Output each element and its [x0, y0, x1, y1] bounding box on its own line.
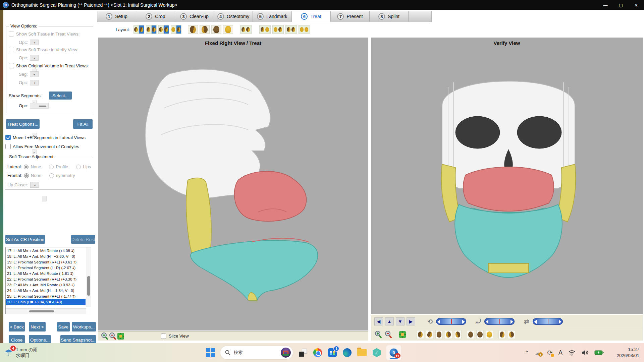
- treat-options-button[interactable]: Treat Options...: [6, 119, 40, 129]
- view-left-profile-icon[interactable]: [454, 330, 462, 339]
- layout-head-right-icon[interactable]: [188, 25, 198, 34]
- lateral-lips-radio[interactable]: [76, 165, 81, 169]
- tab-setup[interactable]: 1Setup: [97, 11, 136, 22]
- view-top-icon[interactable]: [476, 330, 484, 339]
- view-right-oblique-icon[interactable]: [426, 330, 433, 339]
- rotate-yaw-slider[interactable]: [484, 318, 515, 325]
- layout-pair-2-icon[interactable]: [259, 25, 271, 34]
- view-left-oblique-icon[interactable]: [445, 330, 452, 339]
- zoom-out-icon[interactable]: [384, 330, 392, 339]
- fit-view-icon[interactable]: [117, 332, 125, 340]
- view-right-profile-icon[interactable]: [417, 330, 424, 339]
- taskbar-weather-widget[interactable]: ☂ 4 1 mm の雨 水曜日: [5, 347, 38, 358]
- history-item-selected[interactable]: 26: L: Chin (H= +3.04, V= -0.43): [6, 299, 86, 305]
- opc-spin-left-1[interactable]: ◂: [30, 40, 39, 45]
- layout-pair-3-icon[interactable]: [272, 25, 284, 34]
- layout-head-gold-icon[interactable]: [223, 25, 233, 34]
- lateral-none-radio[interactable]: [24, 165, 29, 169]
- workups-button[interactable]: Workups...: [72, 322, 96, 331]
- layout-dual-view-3-icon[interactable]: [158, 25, 169, 34]
- onedrive-icon[interactable]: ☁!: [535, 349, 541, 357]
- history-vertical-scrollbar[interactable]: [86, 247, 91, 307]
- file-explorer-button[interactable]: [357, 348, 367, 358]
- opc-spin-left-2[interactable]: ◂: [30, 55, 39, 61]
- tab-landmark[interactable]: 5Landmark: [253, 11, 292, 22]
- wifi-icon[interactable]: [568, 350, 576, 356]
- task-view-button[interactable]: [298, 348, 308, 358]
- history-item[interactable]: 17: L: All Mx + Ant. Md Rotate (+4.08 ｺ): [6, 248, 86, 254]
- history-item[interactable]: 24: L: All Mx + Ant. Md (H= -1.34, V= 0): [6, 288, 86, 294]
- lateral-profile-radio[interactable]: [49, 165, 54, 169]
- view-gold-front-icon[interactable]: [486, 330, 493, 339]
- layout-head-front-icon[interactable]: [211, 25, 221, 34]
- delete-rest-button[interactable]: Delete Rest: [71, 235, 95, 244]
- zoom-out-icon[interactable]: [109, 332, 117, 340]
- tab-crop[interactable]: 2Crop: [136, 11, 175, 22]
- maximize-button[interactable]: ▢: [613, 0, 629, 10]
- seg-spin-left[interactable]: ◂: [30, 71, 39, 77]
- history-item[interactable]: 20: L: Proximal Segment (L+R) (-2.07 ｺ): [6, 265, 86, 271]
- sync-icon[interactable]: ⟳: [547, 349, 553, 357]
- back-button[interactable]: < Back: [9, 322, 25, 331]
- taskbar-search[interactable]: 検索: [220, 346, 293, 360]
- ime-indicator[interactable]: A: [558, 349, 562, 356]
- pan-right-button[interactable]: ▶: [407, 317, 415, 325]
- view-back-icon[interactable]: [467, 330, 474, 339]
- pan-down-button[interactable]: ▼: [396, 317, 405, 325]
- zoom-in-icon[interactable]: [374, 330, 382, 339]
- fit-all-button[interactable]: Fit All: [73, 119, 93, 129]
- view-front-icon[interactable]: [435, 330, 443, 339]
- lateral-skull-render[interactable]: [138, 68, 332, 302]
- history-item[interactable]: 18: L: All Mx + Ant. Md (H= +2.60, V= 0): [6, 254, 86, 259]
- layout-dual-view-1-icon[interactable]: [133, 25, 144, 34]
- layout-dual-view-4-icon[interactable]: [171, 25, 181, 34]
- speaker-icon[interactable]: [581, 350, 589, 356]
- frontal-symmetry-radio[interactable]: [49, 173, 54, 178]
- view-gold-left-icon[interactable]: [508, 330, 515, 339]
- close-button[interactable]: ✕: [629, 0, 644, 10]
- history-item[interactable]: 25: L: Proximal Segment (R+L) (-1.77 ｺ): [6, 294, 86, 299]
- soft-tissue-treat-checkbox[interactable]: [9, 31, 14, 37]
- opc-spin-left-3[interactable]: ◂: [30, 80, 39, 85]
- segments-opacity-slider[interactable]: [30, 103, 49, 109]
- movement-history-list[interactable]: 17: L: All Mx + Ant. Md Rotate (+4.08 ｺ)…: [5, 247, 91, 314]
- verify-view-panel[interactable]: Verify View: [371, 38, 643, 314]
- move-lr-segments-checkbox[interactable]: [5, 135, 11, 140]
- edge-button[interactable]: [342, 348, 352, 358]
- zoom-in-icon[interactable]: [101, 332, 109, 340]
- view-gold-right-icon[interactable]: [498, 330, 506, 339]
- active-app-button[interactable]: 0 64: [386, 345, 401, 360]
- chrome-button[interactable]: [313, 348, 323, 358]
- store-button[interactable]: 1: [327, 348, 337, 358]
- tab-present[interactable]: 7Present: [331, 11, 370, 22]
- next-button[interactable]: Next >: [29, 322, 46, 331]
- tray-clock[interactable]: 15:27 2026/03/01: [616, 347, 639, 359]
- lip-closer-spin-left[interactable]: ◂: [30, 182, 39, 188]
- history-item[interactable]: 23: F: All Mx + Ant. Md Rotate (+0.93 ｺ): [6, 282, 86, 288]
- layout-dual-view-2-icon[interactable]: [146, 25, 157, 34]
- history-item[interactable]: 21: L: All Mx + Ant. Md Rotate (-1.81 ｺ): [6, 271, 86, 277]
- rotate-pitch-slider[interactable]: [436, 318, 466, 325]
- layout-pair-1-icon[interactable]: [240, 25, 252, 34]
- security-app-button[interactable]: ✓: [372, 348, 382, 358]
- search-highlight-icon[interactable]: [281, 348, 291, 358]
- layout-pair-4-icon[interactable]: [285, 25, 297, 34]
- tab-treat[interactable]: 6Treat: [292, 11, 331, 22]
- layout-pair-5-icon[interactable]: [299, 25, 310, 34]
- battery-icon[interactable]: [594, 350, 604, 355]
- allow-free-condyles-checkbox[interactable]: [5, 144, 11, 149]
- slice-view-checkbox[interactable]: [161, 334, 166, 339]
- soft-tissue-verify-checkbox[interactable]: [9, 47, 14, 52]
- frontal-none-radio[interactable]: [24, 173, 29, 178]
- rotate-roll-slider[interactable]: [533, 318, 563, 325]
- minimize-button[interactable]: —: [598, 0, 613, 10]
- tray-chevron-icon[interactable]: ⌃: [525, 350, 529, 356]
- layout-head-left-icon[interactable]: [200, 25, 210, 34]
- fit-view-icon[interactable]: [398, 330, 407, 339]
- tab-clean-up[interactable]: 3Clean-up: [175, 11, 214, 22]
- set-cr-position-button[interactable]: Set As CR Position: [5, 235, 45, 244]
- frontal-skull-render[interactable]: [421, 64, 596, 285]
- pan-left-button[interactable]: ◀: [374, 317, 383, 325]
- tab-osteotomy[interactable]: 4Osteotomy: [214, 11, 253, 22]
- opc-slider-end[interactable]: [42, 196, 47, 201]
